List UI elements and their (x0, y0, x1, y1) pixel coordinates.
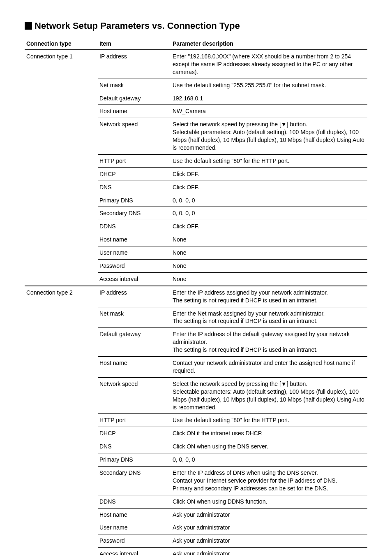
description-cell: Enter the IP address assigned by your ne… (171, 286, 367, 307)
item-cell: HTTP port (98, 154, 171, 167)
description-cell: Enter "192.168.0.XXX" (where XXX should … (171, 50, 367, 79)
item-cell: DDNS (98, 220, 171, 233)
table-row: Connection type 2IP addressEnter the IP … (25, 286, 367, 307)
description-cell: Use the default setting "80" for the HTT… (171, 154, 367, 167)
table-row: Connection type 1IP addressEnter "192.16… (25, 50, 367, 79)
item-cell: Secondary DNS (98, 207, 171, 220)
item-cell: Primary DNS (98, 194, 171, 207)
description-cell: Ask your administrator (171, 521, 367, 534)
col-header-description: Parameter description (171, 38, 367, 50)
description-cell: Click OFF. (171, 167, 367, 181)
description-cell: Click OFF. (171, 181, 367, 194)
item-cell: DNS (98, 440, 171, 453)
item-cell: Host name (98, 508, 171, 521)
parameters-table: Connection type Item Parameter descripti… (25, 38, 367, 555)
item-cell: Access interval (98, 548, 171, 555)
item-cell: Password (98, 534, 171, 548)
col-header-connection: Connection type (25, 38, 98, 50)
item-cell: IP address (98, 286, 171, 307)
item-cell: DHCP (98, 427, 171, 440)
description-cell: 0, 0, 0, 0 (171, 453, 367, 467)
item-cell: DNS (98, 181, 171, 194)
description-cell: Use the default setting "255.255.255.0" … (171, 79, 367, 92)
item-cell: Host name (98, 105, 171, 118)
item-cell: Default gateway (98, 92, 171, 105)
item-cell: Default gateway (98, 328, 171, 357)
description-cell: Enter the IP address of the default gate… (171, 328, 367, 357)
item-cell: Network speed (98, 377, 171, 414)
description-cell: Click ON if the intranet uses DHCP. (171, 427, 367, 440)
description-cell: 0, 0, 0, 0 (171, 207, 367, 220)
item-cell: DHCP (98, 167, 171, 181)
item-cell: Net mask (98, 307, 171, 328)
description-cell: None (171, 233, 367, 246)
item-cell: HTTP port (98, 414, 171, 427)
heading-text: Network Setup Parameters vs. Connection … (35, 21, 240, 31)
connection-type-cell: Connection type 1 (25, 50, 98, 286)
description-cell: Contact your network administrator and e… (171, 357, 367, 378)
description-cell: Ask your administrator (171, 508, 367, 521)
description-cell: Click ON when using the DNS server. (171, 440, 367, 453)
item-cell: Host name (98, 233, 171, 246)
description-cell: None (171, 246, 367, 260)
item-cell: Network speed (98, 118, 171, 155)
item-cell: Secondary DNS (98, 466, 171, 495)
item-cell: Primary DNS (98, 453, 171, 467)
description-cell: Enter the Net mask assigned by your netw… (171, 307, 367, 328)
item-cell: Host name (98, 357, 171, 378)
description-cell: Select the network speed by pressing the… (171, 118, 367, 155)
description-cell: Ask your administrator (171, 548, 367, 555)
description-cell: 0, 0, 0, 0 (171, 194, 367, 207)
description-cell: None (171, 260, 367, 273)
description-cell: Click OFF. (171, 220, 367, 233)
description-cell: Select the network speed by pressing the… (171, 377, 367, 414)
square-icon (25, 22, 32, 30)
item-cell: Password (98, 260, 171, 273)
description-cell: 192.168.0.1 (171, 92, 367, 105)
item-cell: User name (98, 521, 171, 534)
description-cell: None (171, 272, 367, 286)
item-cell: DDNS (98, 495, 171, 508)
item-cell: Net mask (98, 79, 171, 92)
description-cell: Use the default setting "80" for the HTT… (171, 414, 367, 427)
description-cell: Click ON when using DDNS function. (171, 495, 367, 508)
section-heading: Network Setup Parameters vs. Connection … (25, 21, 367, 31)
description-cell: Ask your administrator (171, 534, 367, 548)
description-cell: NW_Camera (171, 105, 367, 118)
item-cell: Access interval (98, 272, 171, 286)
col-header-item: Item (98, 38, 171, 50)
description-cell: Enter the IP address of DNS when using t… (171, 466, 367, 495)
connection-type-cell: Connection type 2 (25, 286, 98, 555)
item-cell: IP address (98, 50, 171, 79)
item-cell: User name (98, 246, 171, 260)
